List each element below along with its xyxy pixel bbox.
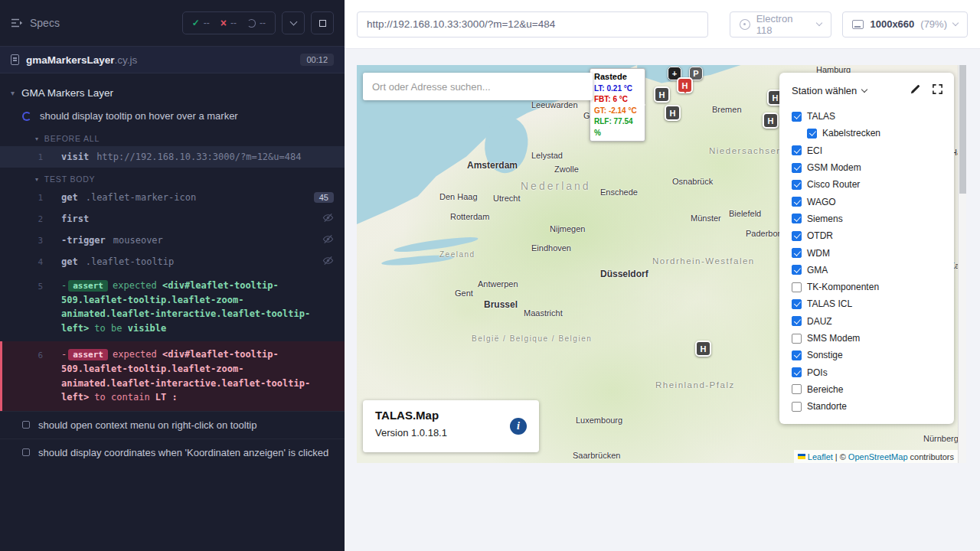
station-marker-active[interactable]: H (677, 77, 693, 93)
stop-icon (319, 20, 326, 27)
checkbox[interactable] (792, 265, 802, 275)
running-spinner-icon (22, 112, 31, 121)
layer-row[interactable]: Standorte (792, 398, 943, 415)
aut-region: Electron 118 1000x660 (79%) Hamburg Brem… (345, 0, 980, 551)
station-select-dropdown[interactable]: Station wählen (792, 85, 867, 96)
specs-menu-button[interactable]: Specs (11, 17, 60, 29)
layer-row[interactable]: TK-Komponenten (792, 279, 943, 295)
layer-row[interactable]: WDM (792, 244, 943, 261)
station-marker[interactable]: H (695, 341, 711, 357)
layer-row[interactable]: WAGO (792, 193, 943, 210)
command-row-visit[interactable]: 1 visit http://192.168.10.33:3000/?m=12&… (0, 146, 345, 168)
x-icon: × (220, 17, 227, 29)
test-row-active[interactable]: should display tooltip on hover over a m… (0, 105, 345, 127)
map-label: Brussel (484, 299, 518, 310)
leaflet-link[interactable]: Leaflet (808, 452, 833, 461)
checkbox[interactable] (792, 384, 802, 394)
checkbox[interactable] (792, 367, 802, 377)
layer-row[interactable]: TALAS (792, 108, 943, 125)
command-arg: .leaflet-tooltip (86, 256, 175, 267)
aut-iframe: Hamburg Bremen Groningen Leeuwarden Nied… (357, 65, 966, 463)
checkbox[interactable] (792, 112, 802, 122)
checkbox[interactable] (792, 282, 802, 292)
layer-row[interactable]: Kabelstrecken (792, 125, 943, 142)
command-row-trigger[interactable]: 3 -trigger mouseover (0, 230, 345, 251)
command-row-first[interactable]: 2 first (0, 208, 345, 230)
test-row-pending[interactable]: should display coordinates when 'Koordin… (0, 439, 345, 466)
flag-icon (798, 454, 805, 459)
stop-button[interactable] (311, 11, 334, 34)
checkbox[interactable] (792, 316, 802, 326)
marker-tooltip: Rastede LT: 0.21 °C FBT: 6 °C GT: -2.14 … (590, 68, 645, 142)
hook-test-body[interactable]: ▾ TEST BODY (0, 168, 345, 187)
layer-row[interactable]: Sonstige (792, 347, 943, 364)
url-input[interactable] (357, 11, 708, 37)
station-marker[interactable]: H (665, 105, 681, 121)
map-label: Zwolle (554, 165, 579, 174)
test-title: should display tooltip on hover over a m… (40, 110, 238, 122)
viewport-select[interactable]: 1000x660 (79%) (842, 11, 968, 37)
checkbox[interactable] (792, 231, 802, 241)
suite-title: GMA Markers Layer (21, 87, 113, 99)
layer-row[interactable]: Cisco Router (792, 176, 943, 193)
test-row-pending[interactable]: should open context menu on right-click … (0, 411, 345, 439)
map-label: Nijmegen (550, 224, 585, 233)
layer-row[interactable]: Siemens (792, 210, 943, 227)
map-label: Nordrhein-Westfalen (652, 256, 755, 266)
leaflet-map[interactable]: Hamburg Bremen Groningen Leeuwarden Nied… (357, 65, 966, 463)
spec-file-bar[interactable]: gmaMarkersLayer.cy.js 00:12 (0, 46, 345, 73)
suite-row[interactable]: ▾ GMA Markers Layer (0, 81, 345, 105)
checkbox[interactable] (792, 163, 802, 173)
collapse-all-button[interactable] (282, 11, 305, 34)
cypress-reporter-panel: Specs ✓ -- × -- -- (0, 0, 345, 551)
hook-before-all[interactable]: ▾ BEFORE ALL (0, 127, 345, 146)
app-version-card: TALAS.Map Version 1.0.18.1 i (363, 400, 539, 452)
checkbox[interactable] (792, 180, 802, 190)
address-search-input[interactable] (363, 73, 593, 100)
spec-file-name: gmaMarkersLayer.cy.js (26, 54, 137, 66)
layer-row[interactable]: Bereiche (792, 381, 943, 398)
layer-row[interactable]: DAUZ (792, 313, 943, 330)
layer-row[interactable]: ECI (792, 142, 943, 159)
reporter-header: Specs ✓ -- × -- -- (0, 0, 345, 46)
station-marker[interactable]: H (654, 86, 670, 103)
checkbox[interactable] (792, 299, 802, 309)
spec-timer: 00:12 (300, 54, 334, 66)
assert-row-failed[interactable]: 6 -assertexpected <div#leaflet-tooltip-5… (0, 341, 345, 410)
tooltip-line-fbt: FBT: 6 °C (594, 94, 641, 106)
chevron-down-icon (816, 20, 822, 26)
checkbox[interactable] (792, 402, 802, 412)
checkbox[interactable] (792, 214, 802, 223)
layer-row[interactable]: TALAS ICL (792, 295, 943, 312)
layer-row[interactable]: SMS Modem (792, 330, 943, 347)
command-row-get-tooltip[interactable]: 4 get .leaflet-tooltip (0, 251, 345, 272)
osm-link[interactable]: OpenStreetMap (848, 452, 908, 461)
map-label: Münster (691, 214, 721, 223)
checkbox[interactable] (792, 197, 802, 207)
map-label: Utrecht (493, 194, 520, 203)
station-layer-panel: Station wählen TALAS Kabelstrecken (779, 73, 954, 424)
layer-row[interactable]: GSM Modem (792, 159, 943, 176)
fullscreen-icon[interactable] (932, 83, 943, 98)
checkbox[interactable] (807, 129, 817, 139)
checkbox[interactable] (792, 350, 802, 360)
checkbox[interactable] (792, 248, 802, 258)
vertical-scrollbar[interactable] (958, 65, 966, 463)
eye-slash-icon (322, 212, 334, 226)
station-marker[interactable]: H (763, 112, 779, 129)
command-number: 3 (0, 236, 43, 246)
browser-select[interactable]: Electron 118 (730, 11, 832, 37)
layer-row[interactable]: OTDR (792, 227, 943, 244)
checkbox[interactable] (792, 334, 802, 344)
layer-row[interactable]: GMA (792, 262, 943, 279)
layer-row[interactable]: POIs (792, 364, 943, 380)
command-row-get[interactable]: 1 get .leaflet-marker-icon 45 (0, 187, 345, 208)
checkbox[interactable] (792, 145, 802, 155)
eye-slash-icon (322, 233, 334, 247)
assert-row-passed[interactable]: 5 -assertexpected <div#leaflet-tooltip-5… (0, 272, 345, 341)
caret-down-icon: ▾ (35, 135, 39, 142)
chevron-down-icon (952, 20, 959, 26)
scrollbar-thumb[interactable] (959, 65, 966, 194)
info-button[interactable]: i (510, 418, 527, 435)
edit-pencil-icon[interactable] (910, 83, 921, 98)
